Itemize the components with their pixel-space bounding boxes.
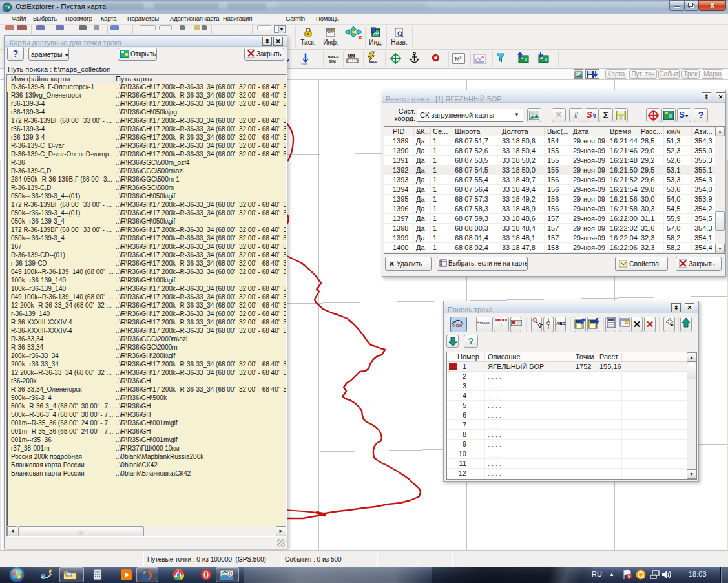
svg-text:ABC: ABC: [556, 321, 566, 326]
svg-text:TRACK: TRACK: [479, 321, 490, 324]
svg-text:SHOW: SHOW: [453, 324, 463, 328]
svg-text:SIM: SIM: [329, 59, 336, 63]
svg-text:NMER: NMER: [369, 61, 378, 64]
svg-text:OPS: OPS: [301, 62, 308, 66]
svg-text:+: +: [499, 321, 503, 328]
svg-text:NMER: NMER: [328, 55, 339, 59]
svg-text:MM: MM: [348, 54, 355, 58]
svg-text:e: e: [41, 569, 46, 582]
svg-text:M²: M²: [455, 56, 462, 62]
